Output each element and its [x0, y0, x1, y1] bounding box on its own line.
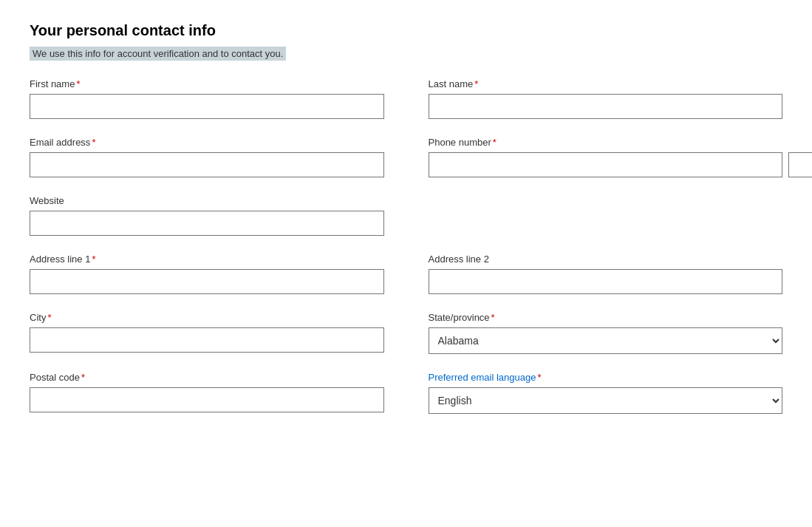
state-select[interactable]: AlabamaAlaskaArizonaArkansasCaliforniaCo…: [429, 327, 783, 354]
contact-form: First name* Last name* Email address* Ph…: [30, 78, 782, 432]
website-field: Website: [30, 195, 384, 236]
address-line1-field: Address line 1*: [30, 254, 384, 294]
website-label: Website: [30, 195, 384, 206]
postal-code-input[interactable]: [30, 387, 384, 412]
address-line2-label: Address line 2: [429, 254, 783, 265]
email-language-label: Preferred email language*: [429, 372, 783, 383]
email-language-required: *: [537, 372, 541, 383]
email-input[interactable]: [30, 152, 384, 177]
last-name-input[interactable]: [429, 94, 783, 119]
first-name-required: *: [76, 78, 80, 89]
website-spacer: [429, 195, 783, 254]
page-title: Your personal contact info: [30, 22, 782, 39]
email-label: Email address*: [30, 137, 384, 148]
state-label: State/province*: [429, 312, 783, 323]
address-line2-field: Address line 2: [429, 254, 783, 294]
last-name-label: Last name*: [429, 78, 783, 89]
state-required: *: [491, 312, 495, 323]
phone-area-input[interactable]: [788, 152, 812, 177]
address-line1-required: *: [92, 254, 95, 265]
phone-required: *: [493, 137, 497, 148]
state-field: State/province* AlabamaAlaskaArizonaArka…: [429, 312, 783, 354]
city-field: City*: [30, 312, 384, 354]
address-line1-label: Address line 1*: [30, 254, 384, 265]
city-input[interactable]: [30, 327, 384, 353]
email-language-field: Preferred email language* EnglishFrenchS…: [429, 372, 783, 414]
first-name-label: First name*: [30, 78, 384, 89]
city-required: *: [47, 312, 51, 323]
first-name-field: First name*: [30, 78, 384, 119]
email-field: Email address*: [30, 137, 384, 177]
postal-code-field: Postal code*: [30, 372, 384, 414]
address-line2-input[interactable]: [429, 269, 783, 294]
website-input[interactable]: [30, 211, 384, 236]
last-name-field: Last name*: [429, 78, 783, 119]
page-subtitle: We use this info for account verificatio…: [30, 47, 286, 61]
email-language-select[interactable]: EnglishFrenchSpanishGermanPortugueseItal…: [429, 387, 783, 414]
address-line1-input[interactable]: [30, 269, 384, 294]
city-label: City*: [30, 312, 384, 323]
phone-country-input[interactable]: +1: [429, 152, 783, 177]
postal-code-label: Postal code*: [30, 372, 384, 383]
phone-label: Phone number*: [429, 137, 783, 148]
postal-code-required: *: [81, 372, 85, 383]
phone-field: Phone number* +1: [429, 137, 783, 177]
phone-group: +1: [429, 152, 783, 177]
first-name-input[interactable]: [30, 94, 384, 119]
last-name-required: *: [474, 78, 478, 89]
email-required: *: [92, 137, 95, 148]
